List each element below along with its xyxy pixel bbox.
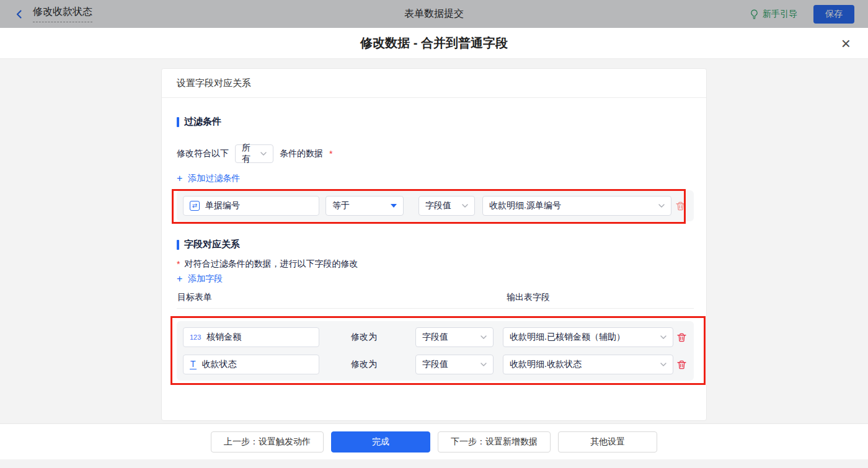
chevron-down-icon: [658, 204, 665, 208]
output-field-select[interactable]: 收款明细.收款状态: [503, 355, 673, 374]
caret-down-icon: [391, 204, 397, 208]
add-field-link[interactable]: + 添加字段: [177, 273, 223, 285]
column-target-form: 目标表单: [177, 292, 507, 303]
modal-title: 修改数据 - 合并到普通字段: [360, 35, 508, 51]
text-field-icon: T: [190, 360, 197, 369]
chevron-down-icon: [260, 152, 267, 156]
modify-to-label: 修改为: [351, 359, 377, 370]
chevron-down-icon: [480, 335, 487, 339]
target-field-select[interactable]: T 收款状态: [183, 355, 319, 374]
mapping-description: * 对符合过滤条件的数据，进行以下字段的修改: [177, 258, 694, 270]
next-step-button[interactable]: 下一步：设置新增数据: [438, 431, 551, 453]
done-button[interactable]: 完成: [331, 431, 430, 453]
value-type: 字段值: [422, 332, 448, 343]
filter-value-type-select[interactable]: 字段值: [418, 196, 475, 216]
add-filter-condition-link[interactable]: + 添加过滤条件: [177, 173, 240, 184]
target-field-select[interactable]: 123 核销金额: [183, 327, 319, 347]
field-mapping-rows: 123 核销金额 修改为 字段值 收款明细.已核销金额（辅助）: [177, 321, 694, 381]
filter-suffix-text: 条件的数据: [280, 148, 323, 159]
chevron-down-icon: [480, 363, 487, 366]
output-field-value: 收款明细.已核销金额（辅助）: [510, 332, 625, 343]
modal-body: 设置字段对应关系 过滤条件 修改符合以下 所有 条件的数据 * +: [0, 59, 868, 423]
add-filter-condition-label: 添加过滤条件: [188, 173, 240, 184]
target-field-label: 收款状态: [202, 359, 237, 370]
page-title: 表单数据提交: [0, 7, 868, 20]
value-type: 字段值: [422, 359, 448, 370]
mapping-columns-header: 目标表单 输出表字段: [177, 292, 694, 309]
operator-value: 等于: [332, 200, 350, 211]
trash-icon[interactable]: [676, 201, 685, 211]
filter-value-type: 字段值: [425, 200, 451, 211]
chevron-down-icon: [462, 204, 468, 208]
beginner-guide-label: 新手引导: [763, 9, 797, 20]
trash-icon[interactable]: [677, 360, 686, 369]
modal-footer: 上一步：设置触发动作 完成 下一步：设置新增数据 其他设置: [0, 423, 868, 459]
topbar: 修改收款状态 表单数据提交 新手引导 保存: [0, 0, 868, 28]
output-field-select[interactable]: 收款明细.已核销金额（辅助）: [503, 327, 673, 347]
filter-prefix-text: 修改符合以下: [177, 148, 229, 159]
filter-section-label: 过滤条件: [184, 116, 221, 128]
chevron-down-icon: [660, 363, 666, 366]
flow-name[interactable]: 修改收款状态: [33, 6, 92, 22]
mapping-section-title: 字段对应关系: [177, 238, 694, 251]
add-field-label: 添加字段: [188, 273, 223, 285]
back-button[interactable]: [14, 9, 25, 20]
mapping-section-label: 字段对应关系: [184, 239, 240, 250]
plus-icon: +: [177, 174, 182, 183]
beginner-guide-link[interactable]: 新手引导: [750, 9, 797, 20]
match-mode-select[interactable]: 所有: [235, 144, 273, 163]
serial-number-icon: ⇄: [190, 201, 200, 211]
other-settings-button[interactable]: 其他设置: [558, 431, 657, 453]
section-marker: [177, 240, 179, 250]
number-field-icon: 123: [190, 333, 201, 341]
page-background-strip: [0, 459, 868, 468]
filter-section-title: 过滤条件: [177, 115, 694, 128]
output-field-value: 收款明细.收款状态: [510, 359, 582, 370]
modal-header: 修改数据 - 合并到普通字段 ×: [0, 28, 868, 59]
section-marker: [177, 117, 179, 127]
modify-to-label: 修改为: [351, 332, 377, 343]
trash-icon[interactable]: [677, 333, 686, 342]
close-icon[interactable]: ×: [841, 35, 851, 51]
plus-icon: +: [177, 274, 182, 284]
filter-condition-row: ⇄ 单据编号 等于 字段值 收款明细.源单编号: [177, 190, 694, 221]
save-button[interactable]: 保存: [813, 5, 854, 24]
filter-field-select[interactable]: ⇄ 单据编号: [183, 196, 319, 216]
mapping-row: T 收款状态 修改为 字段值 收款明细.收款状态: [183, 355, 688, 374]
required-mark: *: [329, 149, 332, 159]
required-mark: *: [177, 259, 180, 269]
annotation-box-mapping: [170, 316, 706, 385]
mapping-description-text: 对符合过滤条件的数据，进行以下字段的修改: [184, 258, 358, 270]
prev-step-button[interactable]: 上一步：设置触发动作: [211, 431, 324, 453]
target-field-label: 核销金额: [206, 332, 241, 343]
filter-field-label: 单据编号: [205, 200, 240, 211]
value-type-select[interactable]: 字段值: [415, 327, 494, 347]
field-mapping-card: 设置字段对应关系 过滤条件 修改符合以下 所有 条件的数据 * +: [161, 68, 707, 421]
bulb-icon: [750, 9, 759, 19]
card-title: 设置字段对应关系: [162, 69, 706, 98]
value-type-select[interactable]: 字段值: [415, 355, 494, 374]
match-mode-value: 所有: [242, 143, 257, 165]
filter-value: 收款明细.源单编号: [489, 200, 561, 211]
operator-select[interactable]: 等于: [326, 196, 404, 216]
filter-match-row: 修改符合以下 所有 条件的数据 *: [177, 144, 694, 163]
chevron-down-icon: [660, 335, 666, 339]
filter-value-select[interactable]: 收款明细.源单编号: [482, 196, 671, 216]
chevron-left-icon: [14, 9, 25, 20]
mapping-row: 123 核销金额 修改为 字段值 收款明细.已核销金额（辅助）: [183, 327, 688, 347]
column-output-field: 输出表字段: [507, 292, 550, 303]
